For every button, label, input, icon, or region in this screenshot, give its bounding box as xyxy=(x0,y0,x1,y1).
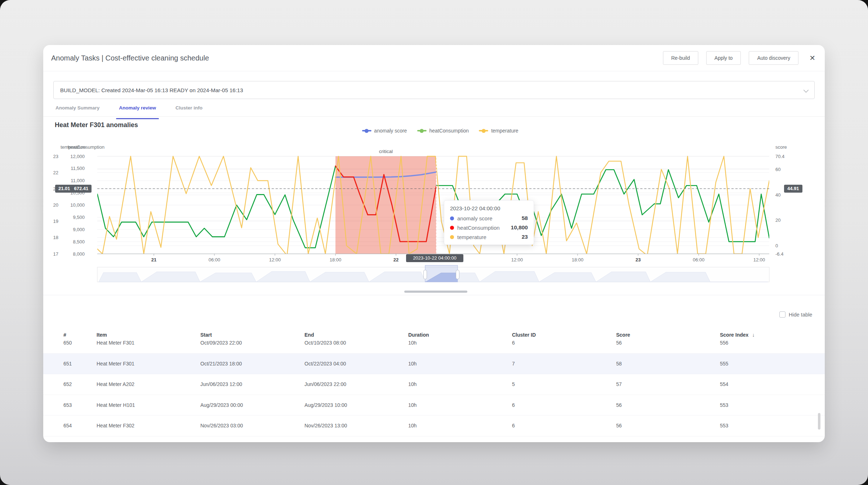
slider-handle-right[interactable] xyxy=(456,270,459,279)
hide-table-toggle[interactable]: Hide table xyxy=(779,311,812,318)
table-scrollbar[interactable] xyxy=(818,413,820,430)
cell--: 653 xyxy=(63,395,72,416)
y-tick-label: 8,500 xyxy=(73,239,85,244)
column-header-score-index[interactable]: Score Index↓ xyxy=(720,328,755,342)
tab-cluster-info[interactable]: Cluster info xyxy=(174,103,204,116)
cell-cluster-id: 5 xyxy=(512,374,515,395)
y-tick-label: 70.4 xyxy=(775,154,784,159)
tab-anomaly-review[interactable]: Anomaly review xyxy=(117,103,157,116)
cell-score-index: 553 xyxy=(720,416,728,436)
tab-bar: Anomaly SummaryAnomaly reviewCluster inf… xyxy=(43,103,825,117)
cell-score: 56 xyxy=(616,341,622,353)
x-tick-label: 22 xyxy=(393,257,399,262)
cell-item: Heat Meter A202 xyxy=(97,374,134,395)
cell-start: Oct/09/2023 22:00 xyxy=(200,341,242,353)
cell-score: 58 xyxy=(616,354,622,374)
close-icon[interactable]: ✕ xyxy=(809,51,815,65)
tab-anomaly-summary[interactable]: Anomaly Summary xyxy=(54,103,101,116)
y-tick-label: 20 xyxy=(775,217,780,223)
chart-title: Heat Meter F301 anomalies xyxy=(55,121,138,129)
axis-name-heatconsumption: heatConsumption xyxy=(68,144,104,150)
tooltip-row-temperature: temperature23 xyxy=(450,234,528,240)
tooltip-row-heatconsumption: heatConsumption10,800 xyxy=(450,224,528,231)
column-header--[interactable]: # xyxy=(63,328,66,342)
crosshair-temperature-value: 21.01 xyxy=(58,185,70,193)
dialog-header: Anomaly Tasks | Cost-effective cleaning … xyxy=(43,45,825,71)
crosshair-heat-value: 672.41 xyxy=(74,185,89,193)
cell-duration: 10h xyxy=(408,395,417,416)
column-header-cluster-id[interactable]: Cluster ID xyxy=(512,328,536,342)
x-tick-label: 06:00 xyxy=(209,257,221,262)
table-row[interactable]: 652Heat Meter A202Jun/06/2023 12:00Jun/0… xyxy=(43,374,825,395)
datazoom-slider xyxy=(97,265,769,282)
x-tick-label: 18:00 xyxy=(330,257,342,262)
y-tick-label: 8,000 xyxy=(73,251,85,257)
cell-end: Aug/29/2023 10:00 xyxy=(304,395,347,416)
critical-region xyxy=(335,156,436,254)
cell-cluster-id: 7 xyxy=(512,354,515,374)
critical-region-label: critical xyxy=(379,149,393,154)
legend-item-anomaly-score[interactable]: anomaly score xyxy=(362,128,407,134)
x-tick-label: 12:00 xyxy=(269,257,281,262)
y-tick-label: 18 xyxy=(53,235,58,240)
slider-selection[interactable] xyxy=(425,265,458,282)
table-row[interactable]: 651Heat Meter F301Oct/21/2023 18:00Oct/2… xyxy=(43,354,825,374)
tooltip-title: 2023-10-22 04:00:00 xyxy=(450,205,528,211)
crosshair-left-badge: 21.01 672.41 xyxy=(55,185,92,193)
model-select-dropdown[interactable]: BUILD_MODEL: Created 2024-Mar-05 16:13 R… xyxy=(53,81,815,99)
crosshair-score-badge: 44.91 xyxy=(784,185,802,193)
sort-desc-icon[interactable]: ↓ xyxy=(752,332,755,338)
cell-score-index: 553 xyxy=(720,395,728,416)
cell-cluster-id: 6 xyxy=(512,416,515,436)
legend-marker-icon xyxy=(417,130,426,131)
y-tick-label: 0 xyxy=(775,243,778,248)
chart-tooltip: 2023-10-22 04:00:00 anomaly score58heatC… xyxy=(444,200,534,245)
re-build-button[interactable]: Re-build xyxy=(663,51,698,65)
slider-handle-left[interactable] xyxy=(424,270,427,279)
y-tick-label: 23 xyxy=(53,154,58,159)
cell--: 650 xyxy=(63,341,72,353)
legend-item-heatconsumption[interactable]: heatConsumption xyxy=(417,128,469,134)
table-body[interactable]: 650Heat Meter F301Oct/09/2023 22:00Oct/1… xyxy=(43,341,825,442)
column-header-start[interactable]: Start xyxy=(200,328,212,342)
x-tick-label: 12:00 xyxy=(753,257,765,262)
cell-duration: 10h xyxy=(408,416,417,436)
y-tick-label: 11,500 xyxy=(71,166,85,171)
table-header: #ItemStartEndDurationCluster IDScoreScor… xyxy=(43,328,825,342)
column-header-score[interactable]: Score xyxy=(616,328,630,342)
apply-to-button[interactable]: Apply to xyxy=(706,51,741,65)
tooltip-series-value: 10,800 xyxy=(511,224,528,231)
tooltip-series-value: 58 xyxy=(522,215,528,221)
anomaly-tasks-dialog: Anomaly Tasks | Cost-effective cleaning … xyxy=(43,45,825,442)
legend-marker-icon xyxy=(362,130,371,131)
y-tick-label: 40 xyxy=(775,192,780,198)
chart-legend: anomaly scoreheatConsumptiontemperature xyxy=(362,128,518,134)
hide-table-checkbox[interactable] xyxy=(779,311,785,318)
y-tick-label: 22 xyxy=(53,170,58,175)
cell-item: Heat Meter H101 xyxy=(97,395,135,416)
cell-score-index: 556 xyxy=(720,341,728,353)
tooltip-rows: anomaly score58heatConsumption10,800temp… xyxy=(450,215,528,240)
column-header-duration[interactable]: Duration xyxy=(408,328,429,342)
series-dot-icon xyxy=(450,226,454,230)
legend-item-temperature[interactable]: temperature xyxy=(479,128,518,134)
cell-start: Jun/06/2023 12:00 xyxy=(200,374,242,395)
cell-end: Nov/26/2023 13:00 xyxy=(304,416,347,436)
y-tick-label: 12,000 xyxy=(70,154,85,159)
auto-discovery-button[interactable]: Auto discovery xyxy=(749,51,798,65)
axis-name-score: score xyxy=(775,144,787,150)
panel-resize-handle[interactable] xyxy=(404,291,467,293)
column-header-end[interactable]: End xyxy=(304,328,314,342)
cell--: 652 xyxy=(63,374,72,395)
table-row[interactable]: 654Heat Meter F302Nov/26/2023 03:00Nov/2… xyxy=(43,416,825,436)
tooltip-series-label: anomaly score xyxy=(457,215,518,221)
series-dot-icon xyxy=(450,216,454,220)
column-header-item[interactable]: Item xyxy=(97,328,107,342)
cell-cluster-id: 6 xyxy=(512,341,515,353)
table-row[interactable]: 650Heat Meter F301Oct/09/2023 22:00Oct/1… xyxy=(43,341,825,354)
y-tick-label: 10,000 xyxy=(70,202,85,208)
table-row[interactable]: 653Heat Meter H101Aug/29/2023 00:00Aug/2… xyxy=(43,395,825,416)
anomaly-chart[interactable]: critical2106:0012:0018:002212:0018:00230… xyxy=(43,140,825,299)
legend-marker-icon xyxy=(479,130,488,131)
x-tick-label: 06:00 xyxy=(693,257,705,262)
